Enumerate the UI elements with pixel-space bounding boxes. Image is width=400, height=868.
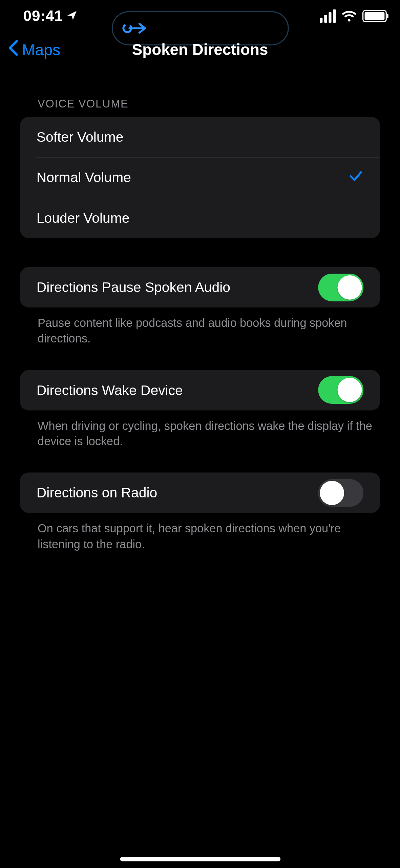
wake-device-group: Directions Wake Device xyxy=(20,370,380,410)
option-louder-volume[interactable]: Louder Volume xyxy=(20,198,380,238)
navigation-bar: Maps Spoken Directions xyxy=(0,32,400,68)
wifi-icon xyxy=(341,10,357,22)
home-indicator[interactable] xyxy=(120,857,280,861)
status-right xyxy=(320,9,387,23)
status-left: 09:41 xyxy=(23,7,77,25)
cellular-signal-icon xyxy=(320,9,336,23)
location-icon xyxy=(66,7,77,25)
toggle-wake-device[interactable] xyxy=(318,376,363,404)
section-header-voice-volume: VOICE VOLUME xyxy=(0,98,400,117)
status-time: 09:41 xyxy=(23,7,63,25)
pause-audio-group: Directions Pause Spoken Audio xyxy=(20,267,380,307)
toggle-on-radio[interactable] xyxy=(318,479,363,507)
page-title: Spoken Directions xyxy=(132,41,268,59)
footer-on-radio: On cars that support it, hear spoken dir… xyxy=(0,513,400,552)
option-normal-volume[interactable]: Normal Volume xyxy=(20,157,380,198)
chevron-left-icon xyxy=(8,40,19,60)
footer-pause-audio: Pause content like podcasts and audio bo… xyxy=(0,308,400,347)
back-button[interactable]: Maps xyxy=(8,40,61,60)
content: VOICE VOLUME Softer Volume Normal Volume… xyxy=(0,67,400,552)
row-on-radio[interactable]: Directions on Radio xyxy=(20,473,380,513)
row-pause-audio[interactable]: Directions Pause Spoken Audio xyxy=(20,267,380,307)
footer-wake-device: When driving or cycling, spoken directio… xyxy=(0,410,400,449)
on-radio-group: Directions on Radio xyxy=(20,473,380,513)
option-softer-volume[interactable]: Softer Volume xyxy=(20,117,380,157)
option-label: Normal Volume xyxy=(37,170,131,185)
option-label: Louder Volume xyxy=(37,210,130,226)
row-label: Directions Wake Device xyxy=(37,382,183,398)
option-label: Softer Volume xyxy=(37,129,124,145)
row-wake-device[interactable]: Directions Wake Device xyxy=(20,370,380,410)
voice-volume-group: Softer Volume Normal Volume Louder Volum… xyxy=(20,117,380,238)
toggle-pause-audio[interactable] xyxy=(318,273,363,301)
row-label: Directions Pause Spoken Audio xyxy=(37,279,230,295)
row-label: Directions on Radio xyxy=(37,485,157,501)
battery-icon xyxy=(362,10,387,22)
checkmark-icon xyxy=(348,168,364,187)
back-label: Maps xyxy=(22,41,60,59)
